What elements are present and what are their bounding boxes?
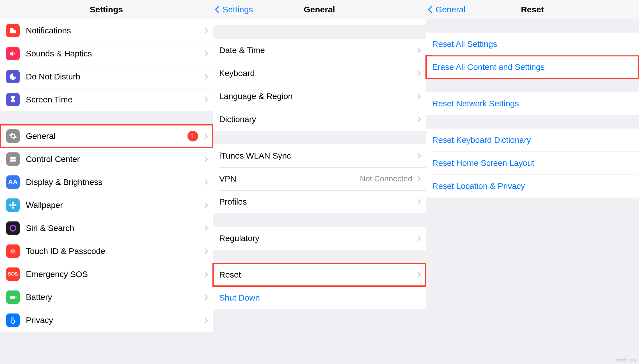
row-label: Control Center <box>26 154 203 164</box>
group-separator <box>426 19 639 33</box>
row-privacy[interactable]: Privacy <box>0 309 213 332</box>
row-reset-home-screen-layout[interactable]: Reset Home Screen Layout <box>426 152 639 175</box>
gear-icon <box>6 129 20 143</box>
reset-panel: General Reset Reset All Settings Erase A… <box>426 0 639 364</box>
settings-group-2: General 1 Control Center AA Display & Br… <box>0 125 213 332</box>
group-separator <box>213 213 426 227</box>
row-screen-time[interactable]: Screen Time <box>0 88 213 111</box>
reset-title: Reset <box>521 5 544 14</box>
partial-row <box>213 19 426 25</box>
back-label: Settings <box>223 5 253 14</box>
row-wallpaper[interactable]: Wallpaper <box>0 194 213 217</box>
row-touch-id[interactable]: Touch ID & Passcode <box>0 240 213 263</box>
settings-panel: Settings Notifications Sounds & Haptics … <box>0 0 213 364</box>
chevron-right-icon <box>202 225 208 231</box>
row-dictionary[interactable]: Dictionary <box>213 108 426 131</box>
settings-group-1: Notifications Sounds & Haptics Do Not Di… <box>0 19 213 111</box>
svg-point-6 <box>12 207 14 209</box>
row-language-region[interactable]: Language & Region <box>213 85 426 108</box>
row-keyboard[interactable]: Keyboard <box>213 62 426 85</box>
row-reset-network-settings[interactable]: Reset Network Settings <box>426 92 639 115</box>
general-group-1: Date & Time Keyboard Language & Region D… <box>213 39 426 131</box>
chevron-right-icon <box>202 51 208 56</box>
row-label: Touch ID & Passcode <box>26 246 203 256</box>
badge: 1 <box>187 131 198 141</box>
svg-point-4 <box>12 204 14 206</box>
row-label: Display & Brightness <box>26 177 203 187</box>
row-notifications[interactable]: Notifications <box>0 19 213 42</box>
group-separator <box>213 250 426 263</box>
battery-icon <box>6 290 20 304</box>
reset-group-3: Reset Keyboard Dictionary Reset Home Scr… <box>426 129 639 198</box>
row-erase-all-content[interactable]: Erase All Content and Settings <box>426 56 639 79</box>
chevron-right-icon <box>202 294 208 300</box>
chevron-right-icon <box>415 116 421 122</box>
row-label: VPN <box>219 174 360 184</box>
row-label: Language & Region <box>219 91 416 101</box>
row-itunes-wlan-sync[interactable]: iTunes WLAN Sync <box>213 144 426 167</box>
row-reset-location-privacy[interactable]: Reset Location & Privacy <box>426 175 639 198</box>
row-label: Battery <box>26 292 203 302</box>
svg-point-8 <box>14 204 17 206</box>
row-siri-search[interactable]: Siri & Search <box>0 217 213 240</box>
general-title: General <box>304 5 335 14</box>
general-group-3: Regulatory <box>213 227 426 250</box>
row-shut-down[interactable]: Shut Down <box>213 286 426 309</box>
row-label: Sounds & Haptics <box>26 49 203 58</box>
switches-icon <box>6 152 20 166</box>
row-value: Not Connected <box>360 174 412 183</box>
back-label: General <box>436 5 466 14</box>
row-emergency-sos[interactable]: SOS Emergency SOS <box>0 263 213 286</box>
row-vpn[interactable]: VPN Not Connected <box>213 167 426 190</box>
chevron-right-icon <box>202 271 208 277</box>
back-button[interactable]: General <box>429 5 466 14</box>
chevron-right-icon <box>202 202 208 208</box>
siri-icon <box>6 221 20 235</box>
chevron-right-icon <box>415 176 421 182</box>
chevron-right-icon <box>415 70 421 76</box>
chevron-right-icon <box>202 74 208 79</box>
row-label: Screen Time <box>26 95 203 104</box>
notifications-icon <box>6 24 20 37</box>
row-label: Reset Keyboard Dictionary <box>432 135 633 145</box>
row-sounds-haptics[interactable]: Sounds & Haptics <box>0 42 213 65</box>
row-display-brightness[interactable]: AA Display & Brightness <box>0 171 213 194</box>
svg-rect-3 <box>10 159 16 162</box>
group-separator <box>426 115 639 129</box>
chevron-right-icon <box>202 28 208 33</box>
settings-navbar: Settings <box>0 0 213 19</box>
chevron-right-icon <box>202 179 208 185</box>
hourglass-icon <box>6 93 20 106</box>
row-label: Reset Location & Privacy <box>432 181 633 191</box>
back-button[interactable]: Settings <box>216 5 253 14</box>
row-label: Reset <box>219 270 416 280</box>
chevron-right-icon <box>415 153 421 159</box>
chevron-right-icon <box>202 97 208 102</box>
sos-icon: SOS <box>6 267 20 281</box>
svg-point-1 <box>13 27 17 30</box>
row-battery[interactable]: Battery <box>0 286 213 309</box>
chevron-right-icon <box>415 235 421 241</box>
row-reset[interactable]: Reset <box>213 263 426 286</box>
row-do-not-disturb[interactable]: Do Not Disturb <box>0 65 213 88</box>
general-panel: Settings General Date & Time Keyboard La… <box>213 0 426 364</box>
chevron-right-icon <box>202 317 208 323</box>
sounds-icon <box>6 47 20 60</box>
chevron-right-icon <box>202 248 208 254</box>
group-separator <box>426 198 639 364</box>
row-label: Wallpaper <box>26 200 203 210</box>
row-label: Dictionary <box>219 115 416 124</box>
row-profiles[interactable]: Profiles <box>213 190 426 213</box>
group-separator <box>426 79 639 92</box>
row-label: Reset Network Settings <box>432 99 633 108</box>
row-reset-keyboard-dictionary[interactable]: Reset Keyboard Dictionary <box>426 129 639 152</box>
row-date-time[interactable]: Date & Time <box>213 39 426 62</box>
general-group-2: iTunes WLAN Sync VPN Not Connected Profi… <box>213 144 426 213</box>
row-label: Reset Home Screen Layout <box>432 158 633 168</box>
row-control-center[interactable]: Control Center <box>0 148 213 171</box>
svg-rect-2 <box>10 157 16 159</box>
svg-point-7 <box>10 204 12 206</box>
row-general[interactable]: General 1 <box>0 125 213 148</box>
row-regulatory[interactable]: Regulatory <box>213 227 426 250</box>
row-reset-all-settings[interactable]: Reset All Settings <box>426 33 639 56</box>
